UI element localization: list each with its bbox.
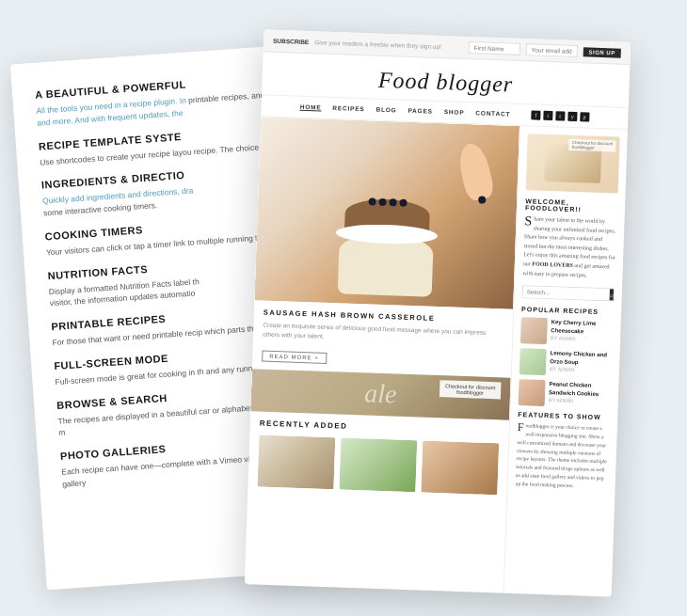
popular-info-3: Peanut Chicken Sandwich Cookies BY ADMIN xyxy=(549,380,612,404)
subscribe-label: SUBSCRIBE xyxy=(273,38,310,45)
recipe-card-image-3 xyxy=(421,440,499,495)
promo-banner: ale Checkout for discount foodblogger xyxy=(250,369,510,420)
cake-scene xyxy=(318,152,455,308)
popular-image-2 xyxy=(519,348,547,375)
read-more-button[interactable]: READ MORE + xyxy=(262,350,327,363)
sidebar-ad-badge: Checkout for discount foodblogger xyxy=(569,139,616,152)
popular-item-2[interactable]: Lemony Chicken and Orzo Soup BY ADMIN xyxy=(519,348,613,377)
berry-4 xyxy=(399,199,407,207)
berry-2 xyxy=(378,198,386,206)
main-content: SAUSAGE HASH BROWN CASSEROLE Create an e… xyxy=(245,117,628,596)
food-lovers-link: FOOD LOVERS xyxy=(532,261,573,268)
popular-recipes-title: POPULAR RECIPES xyxy=(521,306,614,315)
nav-blog[interactable]: BLOG xyxy=(375,106,396,115)
popular-info-1: Key Cherry Lime Cheesecake BY ADMIN xyxy=(551,318,614,342)
recipe-card-1[interactable] xyxy=(257,434,335,489)
recipe-section: SAUSAGE HASH BROWN CASSEROLE Create an e… xyxy=(252,300,513,377)
search-box: ⌕ xyxy=(522,285,615,301)
nav-recipes[interactable]: RECIPES xyxy=(332,104,364,113)
recipe-card-image-1 xyxy=(257,434,335,489)
instagram-icon[interactable]: i xyxy=(543,111,552,120)
popular-item-3[interactable]: Peanut Chicken Sandwich Cookies BY ADMIN xyxy=(519,379,612,408)
pinterest-icon[interactable]: p xyxy=(580,112,589,121)
features-text: F oodblogger is your choice to create a … xyxy=(516,421,610,491)
welcome-section: WELCOME, FOODLOVER!! S hare your talent … xyxy=(522,197,617,281)
email-input[interactable] xyxy=(525,43,577,57)
promo-badge: Checkout for discount foodblogger xyxy=(439,380,502,399)
front-document: SUBSCRIBE Give your readers a freebie wh… xyxy=(245,29,631,596)
berry-3 xyxy=(389,198,396,206)
popular-name-3: Peanut Chicken Sandwich Cookies xyxy=(549,380,612,398)
popular-item-1[interactable]: Key Cherry Lime Cheesecake BY ADMIN xyxy=(520,317,614,346)
nav-links: HOME RECIPES BLOG PAGES SHOP CONTACT xyxy=(300,103,511,118)
search-input[interactable] xyxy=(523,286,610,300)
sidebar-right: Checkout for discount foodblogger WELCOM… xyxy=(503,126,628,597)
berry-1 xyxy=(368,197,375,205)
search-icon: ⌕ xyxy=(610,292,614,298)
nav-contact[interactable]: CONTACT xyxy=(475,109,510,118)
recently-added-title: RECENTLY ADDED xyxy=(260,419,500,435)
popular-date-2: BY ADMIN xyxy=(550,366,612,373)
youtube-icon[interactable]: y xyxy=(567,112,577,121)
subscribe-text: Give your readers a freebie when they si… xyxy=(314,39,463,50)
sidebar-ad: Checkout for discount foodblogger xyxy=(526,134,620,193)
popular-info-2: Lemony Chicken and Orzo Soup BY ADMIN xyxy=(550,349,613,373)
popular-date-3: BY ADMIN xyxy=(549,397,611,404)
sign-up-button[interactable]: SIGN UP xyxy=(583,47,620,57)
hero-background xyxy=(254,117,519,308)
facebook-icon[interactable]: f xyxy=(531,110,540,119)
recipe-description: Create an exquisite series of delicious … xyxy=(263,321,503,347)
hero-image xyxy=(254,117,519,308)
recently-added-section: RECENTLY ADDED xyxy=(248,411,509,503)
features-section: FEATURES TO SHOW F oodblogger is your ch… xyxy=(516,411,611,491)
recipe-card-3[interactable] xyxy=(421,440,499,495)
nav-shop[interactable]: SHOP xyxy=(444,108,465,117)
nav-pages[interactable]: PAGES xyxy=(407,107,433,116)
popular-recipes-section: POPULAR RECIPES Key Cherry Lime Cheeseca… xyxy=(519,306,615,408)
first-name-input[interactable] xyxy=(468,41,519,55)
popular-image-1 xyxy=(520,317,548,344)
welcome-title: WELCOME, FOODLOVER!! xyxy=(525,197,617,213)
recipe-card-2[interactable] xyxy=(339,437,417,492)
promo-text: ale xyxy=(364,378,397,409)
popular-date-1: BY ADMIN xyxy=(551,335,613,342)
site-title: Food blogger xyxy=(271,64,620,102)
recipe-card-image-2 xyxy=(339,437,417,492)
popular-name-2: Lemony Chicken and Orzo Soup xyxy=(550,349,613,367)
drop-cap: S xyxy=(524,214,532,228)
popular-image-3 xyxy=(519,379,546,406)
recipe-grid xyxy=(257,434,499,495)
social-icons: f i t y p xyxy=(531,110,589,121)
welcome-text: S hare your talent to the world by shari… xyxy=(522,214,616,281)
nav-home[interactable]: HOME xyxy=(300,103,322,112)
content-left: SAUSAGE HASH BROWN CASSEROLE Create an e… xyxy=(245,117,519,595)
popular-name-1: Key Cherry Lime Cheesecake xyxy=(551,318,614,336)
search-button[interactable]: ⌕ xyxy=(610,290,614,301)
features-title: FEATURES TO SHOW xyxy=(518,411,610,420)
twitter-icon[interactable]: t xyxy=(555,111,565,120)
hand xyxy=(455,141,496,202)
berries xyxy=(368,197,407,206)
features-drop-cap: F xyxy=(518,421,524,433)
